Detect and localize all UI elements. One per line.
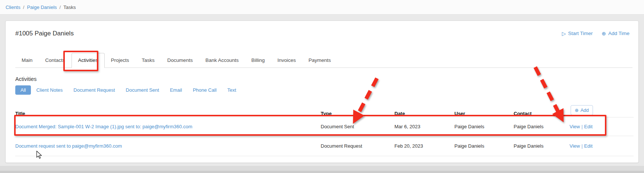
- start-timer-button[interactable]: ▷ Start Timer: [562, 31, 593, 36]
- activity-type: Document Sent: [321, 124, 394, 129]
- tab-projects[interactable]: Projects: [105, 53, 136, 67]
- table-row: Document request sent to paige@myfirm360…: [15, 136, 634, 156]
- activity-date: Feb 20, 2023: [394, 143, 454, 149]
- add-time-button[interactable]: ⊕ Add Time: [602, 31, 629, 36]
- table-header-row: Title Type Date User Contact: [15, 110, 634, 117]
- activity-user: Paige Daniels: [454, 124, 514, 129]
- column-header-type: Type: [321, 111, 394, 116]
- tab-billing[interactable]: Billing: [245, 53, 271, 67]
- column-header-user: User: [454, 111, 514, 116]
- client-tabs: Main Contacts Activities Projects Tasks …: [15, 51, 632, 68]
- filter-email[interactable]: Email: [170, 87, 182, 93]
- activity-title-link[interactable]: Document Merged: Sample-001 W-2 Image (1…: [15, 124, 321, 129]
- activity-type: Document Request: [321, 143, 394, 149]
- plus-circle-icon: ⊕: [602, 31, 606, 36]
- column-header-date: Date: [394, 111, 454, 116]
- play-icon: ▷: [562, 31, 566, 36]
- tab-documents[interactable]: Documents: [161, 53, 199, 67]
- tab-tasks[interactable]: Tasks: [136, 53, 161, 67]
- activity-user: Paige Daniels: [454, 143, 514, 149]
- tab-payments[interactable]: Payments: [302, 53, 337, 67]
- tab-invoices[interactable]: Invoices: [271, 53, 302, 67]
- filter-document-request[interactable]: Document Request: [73, 87, 115, 93]
- edit-link[interactable]: Edit: [584, 124, 592, 129]
- breadcrumb: Clients / Paige Daniels / Tasks: [0, 0, 644, 15]
- action-separator: |: [581, 143, 583, 149]
- action-separator: |: [581, 124, 583, 129]
- breadcrumb-separator: /: [23, 4, 25, 10]
- filter-phone-call[interactable]: Phone Call: [193, 87, 217, 93]
- view-link[interactable]: View: [570, 143, 580, 149]
- table-row: Document Merged: Sample-001 W-2 Image (1…: [15, 117, 634, 136]
- breadcrumb-current-page: Tasks: [63, 4, 76, 10]
- tab-activities[interactable]: Activities: [72, 53, 105, 68]
- tab-main[interactable]: Main: [15, 53, 39, 67]
- filter-text[interactable]: Text: [227, 87, 236, 93]
- start-timer-label: Start Timer: [568, 31, 593, 36]
- activity-contact: Paige Daniels: [514, 124, 570, 129]
- edit-link[interactable]: Edit: [584, 143, 592, 149]
- filter-client-notes[interactable]: Client Notes: [36, 87, 63, 93]
- column-header-contact: Contact: [514, 111, 570, 116]
- activity-contact: Paige Daniels: [514, 143, 570, 149]
- breadcrumb-separator: /: [60, 4, 61, 10]
- page-title: #1005 Paige Daniels: [15, 30, 74, 37]
- activities-table: Title Type Date User Contact Document Me…: [15, 110, 634, 156]
- header-actions: ▷ Start Timer ⊕ Add Time: [562, 31, 629, 36]
- activity-title-link[interactable]: Document request sent to paige@myfirm360…: [15, 143, 321, 149]
- client-detail-card: #1005 Paige Daniels ▷ Start Timer ⊕ Add …: [5, 21, 639, 163]
- activities-heading: Activities: [15, 76, 37, 82]
- activity-filters: All Client Notes Document Request Docume…: [15, 85, 236, 95]
- filter-all[interactable]: All: [15, 85, 31, 95]
- column-header-title: Title: [15, 111, 321, 116]
- filter-document-sent[interactable]: Document Sent: [126, 87, 159, 93]
- page-bottom-edge: [0, 171, 644, 173]
- breadcrumb-clients[interactable]: Clients: [6, 4, 20, 10]
- breadcrumb-client-name[interactable]: Paige Daniels: [27, 4, 57, 10]
- tab-contacts[interactable]: Contacts: [39, 53, 71, 67]
- add-time-label: Add Time: [608, 31, 629, 36]
- activity-date: Mar 6, 2023: [394, 124, 454, 129]
- tab-bank-accounts[interactable]: Bank Accounts: [199, 53, 245, 67]
- view-link[interactable]: View: [570, 124, 580, 129]
